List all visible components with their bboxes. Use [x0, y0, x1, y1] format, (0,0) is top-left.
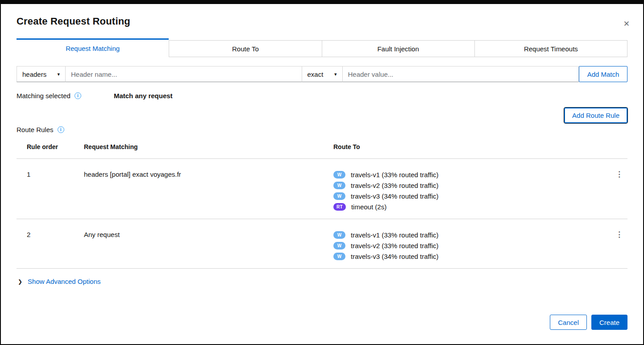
route-entry: W travels-v3 (34% routed traffic): [333, 252, 606, 260]
create-button[interactable]: Create: [591, 315, 627, 330]
add-match-button[interactable]: Add Match: [579, 66, 627, 82]
weight-badge: W: [333, 231, 345, 239]
create-request-routing-dialog: Create Request Routing ✕ Request Matchin…: [1, 4, 643, 344]
route-text: travels-v2 (33% routed traffic): [351, 242, 438, 249]
table-row: 1 headers [portal] exact voyages.fr W tr…: [17, 159, 627, 219]
matching-status-row: Matching selected i Match any request: [17, 92, 627, 100]
match-builder: headers ▾ exact ▾ Add Match: [17, 66, 627, 82]
header-value-field-wrap: [343, 66, 579, 82]
advanced-options-row: ❯ Show Advanced Options: [18, 278, 627, 285]
route-text: travels-v1 (33% routed traffic): [351, 171, 438, 179]
route-entry: W travels-v1 (33% routed traffic): [333, 231, 606, 239]
route-rules-title: Route Rules: [17, 126, 54, 133]
header-value-input[interactable]: [348, 71, 573, 78]
weight-badge: W: [333, 253, 345, 260]
match-operator-value: exact: [307, 71, 324, 78]
add-route-rule-button[interactable]: Add Route Rule: [564, 108, 627, 123]
route-entry: W travels-v3 (34% routed traffic): [333, 192, 606, 200]
rule-order-cell: 2: [27, 231, 84, 238]
route-text: travels-v2 (33% routed traffic): [351, 182, 438, 189]
tab-fault-injection[interactable]: Fault Injection: [322, 40, 475, 57]
tab-request-matching[interactable]: Request Matching: [17, 38, 169, 57]
add-route-rule-row: Add Route Rule: [17, 108, 627, 123]
info-icon[interactable]: i: [75, 92, 81, 99]
column-route-to: Route To: [333, 143, 606, 150]
route-to-cell: W travels-v1 (33% routed traffic) W trav…: [333, 170, 606, 211]
route-entry: RT timeout (2s): [333, 203, 606, 211]
weight-badge: W: [333, 182, 345, 189]
info-icon[interactable]: i: [58, 126, 64, 133]
match-category-select[interactable]: headers ▾: [17, 66, 66, 82]
close-icon[interactable]: ✕: [621, 17, 632, 30]
weight-badge: W: [333, 242, 345, 249]
route-entry: W travels-v2 (33% routed traffic): [333, 241, 606, 249]
match-operator-select[interactable]: exact ▾: [302, 66, 343, 82]
route-entry: W travels-v2 (33% routed traffic): [333, 181, 606, 189]
kebab-menu-icon[interactable]: ⋮: [611, 231, 627, 239]
header-name-input[interactable]: [71, 71, 296, 78]
column-request-matching: Request Matching: [84, 143, 333, 150]
show-advanced-options-link[interactable]: Show Advanced Options: [28, 278, 100, 285]
caret-down-icon: ▾: [334, 71, 337, 77]
route-text: travels-v1 (33% routed traffic): [351, 231, 438, 239]
tab-bar: Request Matching Route To Fault Injectio…: [17, 38, 627, 57]
weight-badge: W: [333, 171, 345, 179]
request-matching-cell: Any request: [84, 231, 333, 238]
request-matching-cell: headers [portal] exact voyages.fr: [84, 170, 333, 178]
tab-request-timeouts[interactable]: Request Timeouts: [475, 40, 627, 57]
kebab-menu-icon[interactable]: ⋮: [611, 170, 627, 179]
table-row: 2 Any request W travels-v1 (33% routed t…: [17, 219, 627, 269]
dialog-footer: Cancel Create: [1, 315, 643, 344]
chevron-right-icon[interactable]: ❯: [18, 278, 22, 285]
matching-selected-value: Match any request: [114, 92, 173, 100]
weight-badge: W: [333, 192, 345, 200]
rule-order-cell: 1: [27, 170, 84, 178]
route-text: travels-v3 (34% routed traffic): [351, 253, 438, 260]
dialog-header: Create Request Routing ✕: [1, 4, 643, 30]
route-rules-title-row: Route Rules i: [17, 126, 627, 133]
caret-down-icon: ▾: [57, 71, 60, 77]
tab-route-to[interactable]: Route To: [169, 40, 322, 57]
route-entry: W travels-v1 (33% routed traffic): [333, 170, 606, 179]
match-category-value: headers: [22, 71, 46, 78]
dialog-title: Create Request Routing: [17, 16, 130, 27]
request-timeout-badge: RT: [333, 203, 346, 211]
route-rules-table-header: Rule order Request Matching Route To: [17, 143, 627, 159]
header-name-field-wrap: [66, 66, 302, 82]
cancel-button[interactable]: Cancel: [550, 315, 587, 330]
route-text: timeout (2s): [351, 203, 386, 211]
route-to-cell: W travels-v1 (33% routed traffic) W trav…: [333, 231, 606, 260]
matching-selected-label: Matching selected: [17, 92, 71, 100]
column-rule-order: Rule order: [27, 143, 84, 150]
route-text: travels-v3 (34% routed traffic): [351, 192, 438, 200]
